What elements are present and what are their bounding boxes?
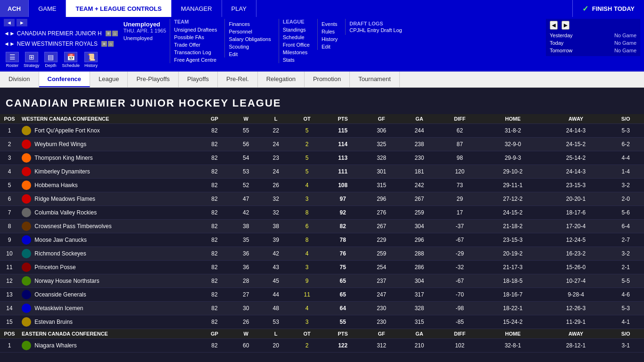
league-title: CANADIAN PREMIER JUNIOR HOCKEY LEAGUE [0,88,644,114]
table-row[interactable]: 1 Fort Qu'Appelle Fort Knox 82 55 22 5 1… [0,124,644,138]
free-agent-centre-link[interactable]: Free Agent Centre [174,57,217,63]
depth-button[interactable]: ▤ Depth [42,51,59,69]
table-row[interactable]: 9 Moose Jaw Canucks 82 35 39 8 78 229 29… [0,233,644,247]
team-home: 15-24-2 [481,315,545,329]
unsigned-draftees-link[interactable]: Unsigned Draftees [174,26,217,33]
western-standings-body: 1 Fort Qu'Appelle Fort Knox 82 55 22 5 1… [0,124,644,329]
finish-today-button[interactable]: ✓ FINISH TODAY [572,0,644,17]
front-office-link[interactable]: Front Office [283,41,310,48]
finances-link[interactable]: Finances [229,21,271,27]
tab-league[interactable]: League [90,72,128,87]
home-header: HOME [481,114,545,124]
tab-relegation[interactable]: Relegation [258,72,305,87]
east-ga-header: GA [400,329,438,339]
table-row[interactable]: 5 Hobbema Hawks 82 52 26 4 108 315 242 7… [0,179,644,192]
tab-division[interactable]: Division [0,72,39,87]
tab-play[interactable]: PLAY [222,0,256,17]
stats-link[interactable]: Stats [283,57,310,63]
table-row[interactable]: 7 Columbia Valley Rockies 82 42 32 8 92 … [0,206,644,220]
finances-edit-link[interactable]: Edit [229,51,271,58]
team-ga: 244 [400,124,438,138]
table-row[interactable]: 8 Crowsnest Pass Timberwolves 82 38 38 6… [0,220,644,233]
rules-link[interactable]: Rules [322,28,338,35]
cpjhl-entry-draft-link[interactable]: CPJHL Entry Draft Log [349,27,402,33]
tab-playoffs[interactable]: Playoffs [179,72,218,87]
league-schedule-link[interactable]: Schedule [283,34,310,41]
strategy-button[interactable]: ⊞ Strategy [22,51,41,69]
team-l: 32 [261,206,291,220]
team-w: 36 [231,247,261,261]
team-l: 24 [261,165,291,179]
table-row[interactable]: 13 Oceanside Generals 82 27 44 11 65 247… [0,288,644,302]
history-link[interactable]: History [322,36,338,42]
tab-team-league[interactable]: TEAM + LEAGUE CONTROLS [66,0,171,17]
yesterday-game: No Game [614,33,636,38]
table-row[interactable]: 2 Weyburn Red Wings 82 56 24 2 114 325 2… [0,138,644,151]
menu-nav: ◄ ► [4,19,118,26]
personnel-link[interactable]: Personnel [229,28,271,35]
milestones-link[interactable]: Milestones [283,49,310,56]
league-item-1[interactable]: ◄► CANADIAN PREMIER JUNIOR H ≡ ⌂ [4,29,118,38]
team-ot: 11 [291,288,323,302]
team-so: 3-2 [607,247,644,261]
table-row[interactable]: 11 Princeton Posse 82 36 43 3 75 254 286… [0,261,644,274]
user-team: Unemployed [124,35,166,41]
user-date: THU. APR. 1 1965 [124,28,166,33]
nav-forward[interactable]: ► [17,19,27,26]
team-away: 25-14-2 [545,151,608,165]
pts-header: PTS [323,114,363,124]
schedule-button[interactable]: 📅 Schedule [60,51,82,69]
team-away: 10-27-4 [545,274,608,288]
table-row[interactable]: 6 Ridge Meadows Flames 82 47 32 3 97 296… [0,192,644,206]
salary-obligations-link[interactable]: Salary Obligations [229,36,271,42]
standings-scroll[interactable]: POS WESTERN CANADA CONFERENCE GP W L OT … [0,114,644,353]
depth-icon: ▤ [44,52,58,62]
schedule-next[interactable]: ► [561,21,570,30]
team-home: 31-8-2 [481,124,545,138]
east-so-header: S/O [607,329,644,339]
tab-manager[interactable]: MANAGER [172,0,222,17]
ach-button[interactable]: ACH [0,0,29,17]
team-gp: 82 [198,247,231,261]
team-gp: 82 [198,339,231,353]
scouting-link[interactable]: Scouting [229,43,271,50]
nav-back[interactable]: ◄ [4,19,15,26]
team-logo [22,276,31,286]
possible-fas-link[interactable]: Possible FAs [174,34,217,41]
league-item-2[interactable]: ◄► NEW WESTMINSTER ROYALS ≡ ⌂ [4,40,118,48]
team-gp: 82 [198,165,231,179]
table-row[interactable]: 1 Niagara Whalers 82 60 20 2 122 312 210… [0,339,644,353]
table-row[interactable]: 15 Estevan Bruins 82 26 53 3 55 230 315 … [0,315,644,329]
tab-promotion[interactable]: Promotion [305,72,350,87]
tab-game[interactable]: GAME [29,0,66,17]
history-button[interactable]: 📜 History [83,51,99,69]
team-ga: 288 [400,247,438,261]
team-ot: 6 [291,220,323,233]
schedule-prev[interactable]: ◄ [550,21,558,30]
standings-link[interactable]: Standings [283,26,310,33]
table-row[interactable]: 14 Wetaskiwin Icemen 82 30 48 4 64 230 3… [0,302,644,315]
team-logo [22,235,31,245]
team-so: 3-1 [607,339,644,353]
team-name: Fort Qu'Appelle Fort Knox [34,127,99,134]
league-edit-link[interactable]: Edit [322,43,338,50]
table-row[interactable]: 4 Kimberley Dynamiters 82 53 24 5 111 30… [0,165,644,179]
table-row[interactable]: 10 Richmond Sockeyes 82 36 42 4 76 259 2… [0,247,644,261]
tab-pre-rel[interactable]: Pre-Rel. [218,72,258,87]
transaction-log-link[interactable]: Transaction Log [174,49,217,56]
team-so: 6-4 [607,220,644,233]
team-name: Norway House Northstars [34,278,99,284]
tab-pre-playoffs[interactable]: Pre-Playoffs [128,72,179,87]
tab-conference[interactable]: Conference [39,72,91,87]
team-pos: 1 [0,339,19,353]
table-row[interactable]: 12 Norway House Northstars 82 28 45 9 65… [0,274,644,288]
events-link[interactable]: Events [322,21,338,27]
trade-offer-link[interactable]: Trade Offer [174,41,217,48]
roster-button[interactable]: ☰ Roster [4,51,21,69]
tab-tournament[interactable]: Tournament [350,72,400,87]
team-l: 39 [261,233,291,247]
league-icon-c: ≡ [101,41,107,47]
team-gf: 230 [363,302,400,315]
team-w: 36 [231,261,261,274]
table-row[interactable]: 3 Thompson King Miners 82 54 23 5 113 32… [0,151,644,165]
